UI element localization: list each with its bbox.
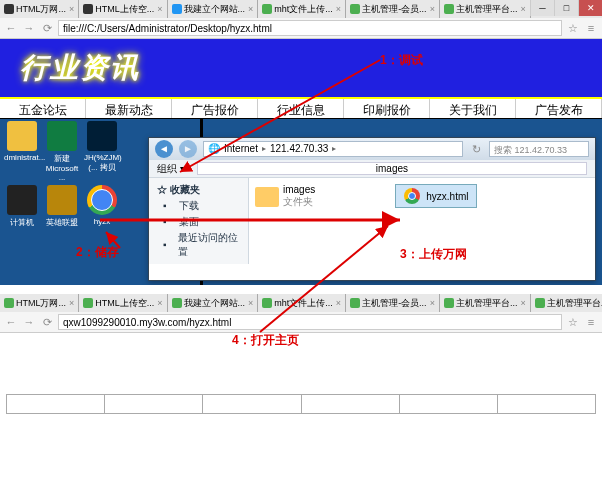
maximize-button[interactable]: □ bbox=[554, 0, 578, 16]
tab-close-icon[interactable]: × bbox=[248, 298, 253, 308]
tab-close-icon[interactable]: × bbox=[157, 298, 162, 308]
organize-menu[interactable]: 组织 ▾ bbox=[157, 162, 185, 176]
nav-item[interactable]: 关于我们 bbox=[430, 99, 516, 118]
sidebar-item-icon: ▪ bbox=[163, 239, 174, 251]
explorer-titlebar: ◄ ► 🌐 Internet ▸ 121.42.70.33 ▸ ↻ 搜索 121… bbox=[149, 138, 595, 160]
file-name: hyzx.html bbox=[426, 191, 468, 202]
tab-close-icon[interactable]: × bbox=[430, 298, 435, 308]
breadcrumb[interactable]: 🌐 Internet ▸ 121.42.70.33 ▸ bbox=[203, 141, 463, 157]
tab-close-icon[interactable]: × bbox=[69, 298, 74, 308]
desktop-icon-label: 计算机 bbox=[4, 217, 40, 228]
explorer-search[interactable]: 搜索 121.42.70.33 bbox=[489, 141, 589, 157]
nav-item[interactable]: 广告报价 bbox=[172, 99, 258, 118]
sidebar-item-icon: ▪ bbox=[163, 216, 175, 228]
tab-close-icon[interactable]: × bbox=[430, 4, 435, 14]
tab-favicon bbox=[444, 298, 454, 308]
reload-button[interactable]: ⟳ bbox=[40, 315, 54, 329]
tab-label: 我建立个网站... bbox=[184, 3, 246, 16]
table-cell bbox=[105, 395, 203, 413]
banner-title: 行业资讯 bbox=[20, 49, 140, 87]
explorer-content[interactable]: images 文件夹 hyzx.html bbox=[249, 178, 595, 264]
refresh-icon[interactable]: ↻ bbox=[469, 142, 483, 156]
tab-close-icon[interactable]: × bbox=[157, 4, 162, 14]
folder-type: 文件夹 bbox=[283, 195, 315, 209]
tab-close-icon[interactable]: × bbox=[248, 4, 253, 14]
tab-label: mht文件上传... bbox=[274, 3, 333, 16]
tab-close-icon[interactable]: × bbox=[520, 298, 525, 308]
sidebar-item[interactable]: ▪下载 bbox=[153, 198, 244, 214]
forward-button[interactable]: → bbox=[22, 315, 36, 329]
url-input[interactable] bbox=[58, 20, 562, 36]
tab-label: HTML上传空... bbox=[95, 3, 154, 16]
desktop-icon-label: 英雄联盟 bbox=[44, 217, 80, 228]
browser-tab[interactable]: mht文件上传...× bbox=[258, 294, 346, 312]
close-button[interactable]: ✕ bbox=[578, 0, 602, 16]
desktop-icon[interactable]: 计算机 bbox=[4, 185, 40, 228]
back-button[interactable]: ← bbox=[4, 21, 18, 35]
tab-close-icon[interactable]: × bbox=[520, 4, 525, 14]
menu-icon[interactable]: ≡ bbox=[584, 315, 598, 329]
desktop-icon-image bbox=[7, 185, 37, 215]
tab-label: HTML万网... bbox=[16, 3, 66, 16]
bookmark-icon[interactable]: ☆ bbox=[566, 21, 580, 35]
desktop-icon[interactable]: hyzx bbox=[84, 185, 120, 228]
chrome-icon bbox=[404, 188, 420, 204]
browser-tab[interactable]: HTML上传空...× bbox=[79, 0, 167, 18]
tab-close-icon[interactable]: × bbox=[336, 4, 341, 14]
nav-item[interactable]: 广告发布 bbox=[516, 99, 602, 118]
nav-item[interactable]: 五金论坛 bbox=[0, 99, 86, 118]
forward-button[interactable]: → bbox=[22, 21, 36, 35]
tab-bar: HTML万网...×HTML上传空...×我建立个网站...×mht文件上传..… bbox=[0, 294, 602, 312]
tab-label: 我建立个网站... bbox=[184, 297, 246, 310]
sidebar-favorites-header[interactable]: ☆ 收藏夹 bbox=[153, 182, 244, 198]
folder-item[interactable]: images 文件夹 bbox=[255, 184, 315, 209]
minimize-button[interactable]: ─ bbox=[530, 0, 554, 16]
sidebar-item[interactable]: ▪桌面 bbox=[153, 214, 244, 230]
desktop-icon-label: 新建 Microsoft ... bbox=[44, 153, 80, 182]
browser-tab[interactable]: HTML上传空...× bbox=[79, 294, 167, 312]
table-cell bbox=[7, 395, 105, 413]
browser-tab[interactable]: 主机管理-会员...× bbox=[346, 0, 440, 18]
desktop-icon[interactable]: 新建 Microsoft ... bbox=[44, 121, 80, 182]
browser-tab[interactable]: 主机管理-会员...× bbox=[346, 294, 440, 312]
tab-label: mht文件上传... bbox=[274, 297, 333, 310]
desktop-icon[interactable]: dministrat... bbox=[4, 121, 40, 182]
bookmark-icon[interactable]: ☆ bbox=[566, 315, 580, 329]
top-browser: ─ □ ✕ HTML万网...×HTML上传空...×我建立个网站...×mht… bbox=[0, 0, 602, 39]
desktop-icon[interactable]: JH(%ZJM)(... 拷贝 bbox=[84, 121, 120, 182]
annotation-4: 4：打开主页 bbox=[232, 332, 299, 349]
empty-table bbox=[6, 394, 596, 414]
tab-close-icon[interactable]: × bbox=[336, 298, 341, 308]
browser-tab[interactable]: 主机管理平台...× bbox=[440, 294, 531, 312]
menu-icon[interactable]: ≡ bbox=[584, 21, 598, 35]
browser-tab[interactable]: mht文件上传...× bbox=[258, 0, 346, 18]
browser-tab[interactable]: HTML万网...× bbox=[0, 0, 79, 18]
folder-name: images bbox=[283, 184, 315, 195]
reload-button[interactable]: ⟳ bbox=[40, 21, 54, 35]
desktop-icon-image bbox=[87, 121, 117, 151]
breadcrumb-seg[interactable]: 121.42.70.33 bbox=[268, 141, 330, 157]
nav-item[interactable]: 行业信息 bbox=[258, 99, 344, 118]
sidebar-item[interactable]: ▪最近访问的位置 bbox=[153, 230, 244, 260]
file-item-selected[interactable]: hyzx.html bbox=[395, 184, 477, 208]
tab-bar: HTML万网...×HTML上传空...×我建立个网站...×mht文件上传..… bbox=[0, 0, 602, 18]
browser-tab[interactable]: 主机管理平台...× bbox=[440, 0, 531, 18]
browser-tab[interactable]: 主机管理平台...× bbox=[531, 294, 602, 312]
browser-tab[interactable]: 我建立个网站...× bbox=[168, 294, 259, 312]
explorer-forward-button[interactable]: ► bbox=[179, 140, 197, 158]
url-input[interactable] bbox=[58, 314, 562, 330]
desktop-icon-image bbox=[87, 185, 117, 215]
nav-menu: 五金论坛最新动态广告报价行业信息印刷报价关于我们广告发布 bbox=[0, 97, 602, 119]
back-button[interactable]: ← bbox=[4, 315, 18, 329]
browser-tab[interactable]: HTML万网...× bbox=[0, 294, 79, 312]
tab-favicon bbox=[350, 4, 360, 14]
tab-close-icon[interactable]: × bbox=[69, 4, 74, 14]
desktop-icon[interactable]: 英雄联盟 bbox=[44, 185, 80, 228]
nav-item[interactable]: 最新动态 bbox=[86, 99, 172, 118]
explorer-back-button[interactable]: ◄ bbox=[155, 140, 173, 158]
browser-tab[interactable]: 我建立个网站...× bbox=[168, 0, 259, 18]
nav-item[interactable]: 印刷报价 bbox=[344, 99, 430, 118]
breadcrumb-seg[interactable]: Internet bbox=[222, 141, 260, 157]
tab-favicon bbox=[350, 298, 360, 308]
explorer-window: ◄ ► 🌐 Internet ▸ 121.42.70.33 ▸ ↻ 搜索 121… bbox=[148, 137, 596, 281]
